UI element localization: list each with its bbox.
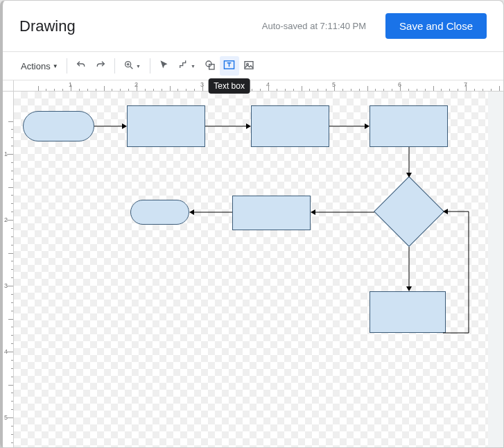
toolbar: Actions ▼ ▼ <box>3 52 503 80</box>
textbox-icon <box>223 59 235 73</box>
svg-marker-10 <box>122 123 127 129</box>
image-icon <box>243 60 254 73</box>
separator <box>114 58 115 74</box>
line-tool-button[interactable]: ▼ <box>174 56 200 76</box>
actions-label: Actions <box>21 61 51 71</box>
autosave-status: Auto-saved at 7:11:40 PM <box>262 21 366 31</box>
connector-arrow <box>406 247 412 291</box>
flowchart-terminator-start[interactable] <box>23 111 94 141</box>
svg-rect-7 <box>245 61 253 69</box>
canvas-area: 1234567 12345 <box>3 80 503 447</box>
flowchart-decision[interactable] <box>374 176 444 247</box>
connector-arrow <box>94 123 127 129</box>
redo-button[interactable] <box>91 56 110 76</box>
flowchart-process-3[interactable] <box>370 105 448 147</box>
zoom-icon <box>123 60 134 73</box>
connector-arrow <box>329 123 370 129</box>
flowchart-process-2[interactable] <box>251 105 329 147</box>
connector-arrow <box>311 209 374 215</box>
vertical-ruler: 12345 <box>3 92 14 447</box>
caret-down-icon: ▼ <box>191 64 195 69</box>
svg-marker-12 <box>246 123 251 129</box>
svg-marker-22 <box>406 286 412 291</box>
drawing-dialog: Drawing Auto-saved at 7:11:40 PM Save an… <box>0 0 504 448</box>
zoom-button[interactable]: ▼ <box>119 56 146 76</box>
flowchart-terminator-end[interactable] <box>130 200 189 225</box>
redo-icon <box>95 60 106 73</box>
shape-tool-button[interactable] <box>200 56 220 76</box>
flowchart-process-4[interactable] <box>232 196 311 230</box>
connector-arrow <box>205 123 251 129</box>
undo-icon <box>76 60 87 73</box>
caret-down-icon: ▼ <box>53 63 58 69</box>
line-icon <box>178 60 189 73</box>
svg-line-1 <box>130 67 132 69</box>
textbox-tooltip: Text box <box>208 78 250 94</box>
drawing-canvas[interactable] <box>14 92 503 447</box>
separator <box>67 58 67 74</box>
dialog-header: Drawing Auto-saved at 7:11:40 PM Save an… <box>3 1 503 52</box>
svg-rect-5 <box>209 64 214 69</box>
save-and-close-button[interactable]: Save and Close <box>385 13 487 39</box>
shape-icon <box>205 60 216 73</box>
canvas-margin <box>488 92 503 447</box>
actions-menu-button[interactable]: Actions ▼ <box>17 58 62 74</box>
caret-down-icon: ▼ <box>136 64 141 69</box>
svg-marker-14 <box>365 123 370 129</box>
dialog-title: Drawing <box>19 17 76 35</box>
connector-elbow <box>443 209 478 334</box>
svg-marker-20 <box>189 209 194 215</box>
connector-arrow <box>406 147 412 178</box>
svg-marker-18 <box>311 209 315 215</box>
horizontal-ruler: 1234567 <box>14 80 503 92</box>
undo-button[interactable] <box>71 56 91 76</box>
textbox-tool-button[interactable]: Text box <box>220 56 239 76</box>
cursor-icon <box>159 60 169 72</box>
select-tool-button[interactable] <box>155 56 174 76</box>
ruler-corner <box>3 80 14 92</box>
image-tool-button[interactable] <box>239 56 259 76</box>
connector-arrow <box>189 209 232 215</box>
flowchart-process-5[interactable] <box>370 291 446 333</box>
separator <box>150 58 150 74</box>
flowchart-process-1[interactable] <box>127 105 205 147</box>
